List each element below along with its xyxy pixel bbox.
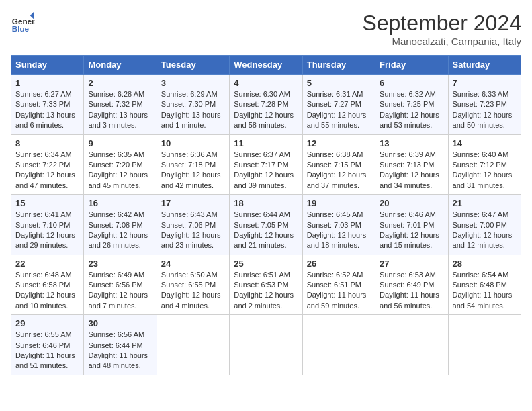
table-row: 7Sunrise: 6:33 AMSunset: 7:23 PMDaylight… bbox=[448, 75, 521, 135]
table-row: 12Sunrise: 6:38 AMSunset: 7:15 PMDayligh… bbox=[302, 134, 375, 195]
table-row: 21Sunrise: 6:47 AMSunset: 7:00 PMDayligh… bbox=[448, 195, 521, 255]
table-row: 18Sunrise: 6:44 AMSunset: 7:05 PMDayligh… bbox=[230, 195, 302, 255]
table-row: 26Sunrise: 6:52 AMSunset: 6:51 PMDayligh… bbox=[302, 255, 375, 315]
table-row: 17Sunrise: 6:43 AMSunset: 7:06 PMDayligh… bbox=[157, 195, 229, 255]
table-row: 24Sunrise: 6:50 AMSunset: 6:55 PMDayligh… bbox=[157, 255, 229, 315]
col-thursday: Thursday bbox=[302, 56, 375, 75]
col-wednesday: Wednesday bbox=[230, 56, 302, 75]
table-row: 4Sunrise: 6:30 AMSunset: 7:28 PMDaylight… bbox=[230, 75, 302, 135]
table-row: 30Sunrise: 6:56 AMSunset: 6:44 PMDayligh… bbox=[84, 315, 157, 375]
table-row: 6Sunrise: 6:32 AMSunset: 7:25 PMDaylight… bbox=[375, 75, 448, 135]
header: General Blue September 2024 Manocalzati,… bbox=[11, 11, 521, 47]
table-row: 1Sunrise: 6:27 AMSunset: 7:33 PMDaylight… bbox=[11, 75, 84, 135]
logo: General Blue bbox=[11, 11, 35, 35]
table-row: 16Sunrise: 6:42 AMSunset: 7:08 PMDayligh… bbox=[84, 195, 157, 255]
table-row bbox=[230, 315, 302, 375]
col-saturday: Saturday bbox=[448, 56, 521, 75]
svg-text:Blue: Blue bbox=[12, 24, 30, 33]
table-row: 3Sunrise: 6:29 AMSunset: 7:30 PMDaylight… bbox=[157, 75, 229, 135]
col-friday: Friday bbox=[375, 56, 448, 75]
table-row: 19Sunrise: 6:45 AMSunset: 7:03 PMDayligh… bbox=[302, 195, 375, 255]
table-row: 13Sunrise: 6:39 AMSunset: 7:13 PMDayligh… bbox=[375, 134, 448, 195]
table-row: 8Sunrise: 6:34 AMSunset: 7:22 PMDaylight… bbox=[11, 134, 84, 195]
col-tuesday: Tuesday bbox=[157, 56, 229, 75]
table-row: 10Sunrise: 6:36 AMSunset: 7:18 PMDayligh… bbox=[157, 134, 229, 195]
table-row: 20Sunrise: 6:46 AMSunset: 7:01 PMDayligh… bbox=[375, 195, 448, 255]
table-row: 23Sunrise: 6:49 AMSunset: 6:56 PMDayligh… bbox=[84, 255, 157, 315]
main-title: September 2024 bbox=[362, 11, 521, 36]
table-row bbox=[157, 315, 229, 375]
table-row bbox=[448, 315, 521, 375]
col-monday: Monday bbox=[84, 56, 157, 75]
table-row: 9Sunrise: 6:35 AMSunset: 7:20 PMDaylight… bbox=[84, 134, 157, 195]
table-row: 25Sunrise: 6:51 AMSunset: 6:53 PMDayligh… bbox=[230, 255, 302, 315]
calendar-table: Sunday Monday Tuesday Wednesday Thursday… bbox=[11, 55, 521, 375]
table-row: 2Sunrise: 6:28 AMSunset: 7:32 PMDaylight… bbox=[84, 75, 157, 135]
title-area: September 2024 Manocalzati, Campania, It… bbox=[362, 11, 521, 47]
table-row bbox=[375, 315, 448, 375]
table-row: 28Sunrise: 6:54 AMSunset: 6:48 PMDayligh… bbox=[448, 255, 521, 315]
table-row bbox=[302, 315, 375, 375]
sub-title: Manocalzati, Campania, Italy bbox=[362, 36, 521, 47]
table-row: 15Sunrise: 6:41 AMSunset: 7:10 PMDayligh… bbox=[11, 195, 84, 255]
header-row: Sunday Monday Tuesday Wednesday Thursday… bbox=[11, 56, 521, 75]
table-row: 27Sunrise: 6:53 AMSunset: 6:49 PMDayligh… bbox=[375, 255, 448, 315]
table-row: 22Sunrise: 6:48 AMSunset: 6:58 PMDayligh… bbox=[11, 255, 84, 315]
table-row: 29Sunrise: 6:55 AMSunset: 6:46 PMDayligh… bbox=[11, 315, 84, 375]
table-row: 11Sunrise: 6:37 AMSunset: 7:17 PMDayligh… bbox=[230, 134, 302, 195]
table-row: 5Sunrise: 6:31 AMSunset: 7:27 PMDaylight… bbox=[302, 75, 375, 135]
logo-icon: General Blue bbox=[11, 11, 35, 35]
table-row: 14Sunrise: 6:40 AMSunset: 7:12 PMDayligh… bbox=[448, 134, 521, 195]
col-sunday: Sunday bbox=[11, 56, 84, 75]
